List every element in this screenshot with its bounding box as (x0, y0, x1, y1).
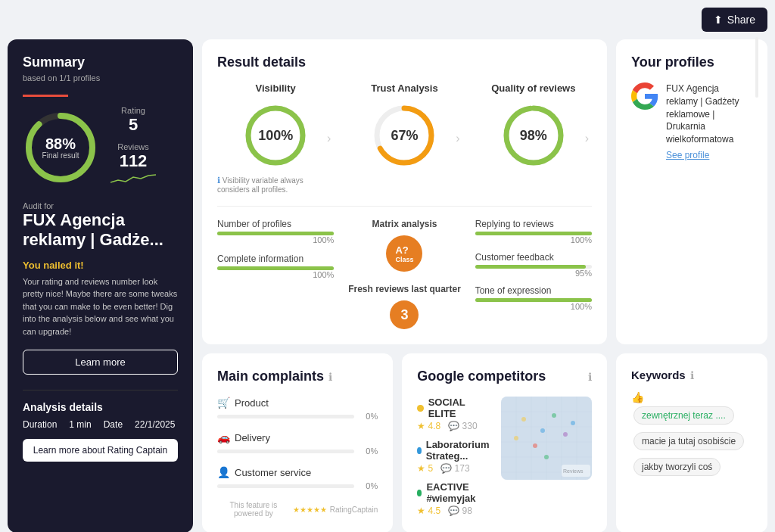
complaints-header: Main complaints ℹ (217, 369, 378, 384)
audit-for-label: Audit for (23, 201, 178, 210)
customer-feedback-metric: Customer feedback 95% (475, 252, 592, 278)
result-details-panel: Result details Visibility 100% ℹ Visibil… (202, 39, 607, 344)
svg-text:Reviews: Reviews (563, 468, 584, 474)
rating-value: 5 (110, 115, 156, 135)
profiles-panel: Your profiles FUX Agencja reklamy | Gadż… (616, 39, 767, 344)
matrix-label: Matrix analysis (372, 219, 437, 229)
final-result-gauge: 88% Final result (23, 110, 98, 185)
google-logo (631, 82, 658, 110)
product-icon: 🛒 (217, 397, 230, 409)
date-label: Date (104, 419, 123, 430)
profile-info: FUX Agencja reklamy | Gadżety reklamowe … (666, 82, 752, 162)
competitor-3-dot (417, 490, 422, 496)
competitor-2-dot (417, 447, 422, 454)
matrix-class-badge: A? Class (386, 235, 422, 272)
complaint-product: 🛒 Product 0% (217, 397, 378, 421)
visibility-label: Visibility (217, 82, 334, 94)
num-profiles-value: 100% (217, 235, 334, 244)
trust-chevron[interactable]: › (453, 129, 462, 148)
complete-info-label: Complete information (217, 254, 303, 264)
tone-value: 100% (475, 302, 592, 311)
keywords-title: Keywords (631, 369, 686, 381)
summary-panel: Summary based on 1/1 profiles 88% Final … (8, 39, 193, 532)
competitor-1-star: ★ 4.8 (417, 421, 440, 431)
competitor-list: SOCIAL ELITE ★ 4.8 💬 330 Laboratorium St… (417, 397, 492, 516)
rating-label: Rating (110, 106, 156, 115)
keyword-tag-3[interactable]: jakby tworzyli coś (633, 458, 721, 476)
complete-info-metric: Complete information 100% (217, 254, 334, 279)
svg-point-19 (521, 417, 526, 422)
result-bottom-left: Number of profiles 100% Complete informa… (217, 219, 334, 329)
svg-point-20 (540, 428, 545, 433)
competitor-3: EACTIVE #wiemyjak ★ 4.5 💬 98 (417, 481, 492, 516)
profiles-scrollbar[interactable] (755, 37, 758, 98)
customer-service-pct: 0% (359, 481, 378, 490)
visibility-note: ℹ Visibility variable always considers a… (217, 176, 334, 194)
svg-point-23 (563, 432, 568, 437)
duration-value: 1 min (69, 419, 91, 430)
competitor-2-name: Laboratorium Strateg... (426, 439, 492, 462)
quality-percent: 98% (520, 128, 547, 144)
see-profile-link[interactable]: See profile (666, 149, 752, 162)
visibility-donut: 100% (241, 101, 310, 170)
competitors-info-icon[interactable]: ℹ (588, 371, 592, 383)
product-bar (217, 415, 354, 418)
customer-feedback-value: 95% (475, 269, 592, 278)
share-icon: ⬆ (714, 14, 723, 26)
share-button[interactable]: ⬆ Share (702, 8, 767, 32)
share-label: Share (727, 14, 755, 26)
competitor-3-reviews: 💬 98 (448, 506, 472, 516)
trust-label: Trust Analysis (346, 82, 462, 94)
complaints-info-icon[interactable]: ℹ (328, 371, 332, 383)
visibility-metric: Visibility 100% ℹ Visibility variable al… (217, 82, 334, 194)
competitors-panel: Google competitors ℹ SOCIAL ELITE ★ 4.8 … (402, 353, 607, 532)
learn-more-button[interactable]: Learn more (23, 350, 178, 375)
powered-brand: RatingCaptain (330, 506, 378, 514)
competitors-map: Reviews (501, 397, 592, 480)
complaint-delivery: 🚗 Delivery 0% (217, 431, 378, 456)
competitor-1-dot (417, 405, 424, 412)
date-value: 22/1/2025 (135, 419, 175, 430)
analysis-title: Analysis details (23, 401, 178, 413)
keywords-list: 👍 zewnętrznej teraz .... macie ja tutaj … (631, 390, 752, 478)
duration-label: Duration (23, 419, 57, 430)
result-details-title: Result details (217, 54, 592, 70)
complaint-customer-service: 👤 Customer service 0% (217, 466, 378, 490)
quality-chevron[interactable]: › (582, 129, 592, 148)
complaints-panel: Main complaints ℹ 🛒 Product 0% 🚗 (202, 353, 393, 532)
final-label: Final result (42, 151, 79, 160)
tone-metric: Tone of expression 100% (475, 285, 592, 311)
nailed-desc: Your rating and reviews number look pret… (23, 275, 178, 338)
fresh-reviews-badge: 3 (390, 300, 419, 329)
profile-name: FUX Agencja reklamy | Gadżety reklamowe … (666, 82, 752, 146)
keyword-tag-2[interactable]: macie ja tutaj osobiście (633, 432, 744, 450)
final-percent: 88% (42, 136, 79, 151)
svg-point-24 (514, 436, 518, 440)
fresh-reviews-label: Fresh reviews last quarter (348, 284, 461, 294)
product-label: Product (235, 397, 269, 409)
reviews-label: Reviews (110, 142, 156, 151)
competitor-2-reviews: 💬 173 (440, 463, 469, 474)
rating-line-decoration (23, 95, 68, 97)
analysis-row: Duration 1 min Date 22/1/2025 (23, 419, 178, 430)
delivery-icon: 🚗 (217, 431, 230, 443)
learn-captain-button[interactable]: Learn more about Rating Captain (23, 439, 178, 462)
quality-metric: Quality of reviews 98% › (475, 82, 592, 194)
customer-service-bar (217, 484, 354, 488)
reviews-value: 112 (110, 151, 156, 171)
competitor-1: SOCIAL ELITE ★ 4.8 💬 330 (417, 397, 492, 431)
customer-service-icon: 👤 (217, 466, 230, 478)
num-profiles-label: Number of profiles (217, 219, 291, 229)
customer-feedback-label: Customer feedback (475, 252, 554, 263)
competitor-2-star: ★ 5 (417, 463, 433, 474)
competitors-title: Google competitors (417, 369, 546, 384)
visibility-chevron[interactable]: › (324, 129, 334, 148)
result-bottom-right: Replying to reviews 100% Customer feedba… (475, 219, 592, 329)
keywords-info-icon[interactable]: ℹ (690, 369, 694, 381)
replying-value: 100% (475, 235, 592, 244)
keyword-tag-1[interactable]: zewnętrznej teraz .... (633, 406, 734, 425)
customer-service-label: Customer service (235, 467, 311, 478)
thumbs-up-icon: 👍 (631, 391, 644, 403)
summary-title: Summary (23, 54, 178, 70)
competitor-3-star: ★ 4.5 (417, 506, 440, 516)
